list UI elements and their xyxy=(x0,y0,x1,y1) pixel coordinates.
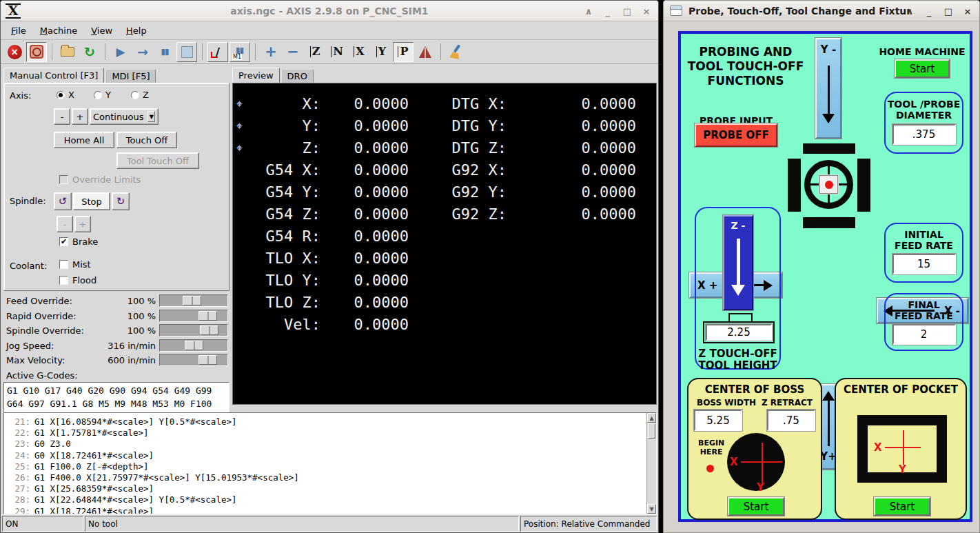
gcode-line-code: G1 X[1.75781*#<scale>] xyxy=(34,428,149,439)
scroll-down-icon[interactable]: ▼ xyxy=(647,504,656,514)
gcode-line: 29:G1 X[18.72461*#<scale>] xyxy=(4,506,656,514)
minimize-icon[interactable]: _ xyxy=(923,5,935,17)
gcode-scrollbar[interactable]: ▲ ▼ xyxy=(646,413,656,514)
radio-x-circle xyxy=(57,91,65,99)
tool-probe-diameter-entry[interactable]: .375 xyxy=(892,124,956,145)
gcode-listing[interactable]: 21:G1 X[16.08594*#<scale>] Y[0.5*#<scale… xyxy=(3,412,657,514)
slider-thumb[interactable] xyxy=(198,355,217,365)
slider-thumb[interactable] xyxy=(183,296,201,305)
boss-start-button[interactable]: Start xyxy=(728,497,784,516)
jog-z-minus-button[interactable]: Z - xyxy=(723,215,753,310)
radio-axis-x[interactable]: X xyxy=(57,90,74,100)
run-program-icon-button[interactable]: ▶ xyxy=(110,42,131,62)
tool-touch-off-button[interactable]: Tool Touch Off xyxy=(116,152,199,169)
menu-view[interactable]: View xyxy=(85,23,119,38)
view-rotated-top-icon-button[interactable]: N xyxy=(327,42,347,62)
jog-y-minus-button[interactable]: Y - xyxy=(815,38,841,139)
final-feed-entry[interactable]: 2 xyxy=(892,324,956,345)
scroll-up-icon[interactable]: ▲ xyxy=(647,413,656,423)
radio-axis-z[interactable]: Z xyxy=(131,90,149,100)
machine-power-icon xyxy=(30,45,43,59)
initial-feed-entry[interactable]: 15 xyxy=(892,254,956,274)
flood-checkbox[interactable]: Flood xyxy=(59,275,96,285)
mist-checkbox[interactable]: Mist xyxy=(59,259,91,270)
slider-thumb[interactable] xyxy=(200,325,218,335)
spindle-cw-button[interactable]: ↻ xyxy=(112,192,130,210)
tab-mdi[interactable]: MDI [F5] xyxy=(105,69,156,83)
slider-track[interactable] xyxy=(159,310,228,322)
override-sliders: Feed Override:100 %Rapid Override:100 %S… xyxy=(3,294,229,368)
menu-file[interactable]: File xyxy=(5,23,32,38)
view-top-z-icon-button[interactable]: Z xyxy=(305,42,325,62)
view-perspective-icon-button[interactable]: P xyxy=(393,42,414,62)
menu-help[interactable]: Help xyxy=(120,23,153,38)
slider-row-0: Feed Override:100 % xyxy=(3,294,229,308)
slider-thumb[interactable] xyxy=(198,311,217,321)
pause-program-icon-button[interactable]: ▮▮ xyxy=(154,42,175,62)
gcode-line: 21:G1 X[16.08594*#<scale>] Y[0.5*#<scale… xyxy=(4,416,656,428)
spindle-label: Spindle: xyxy=(10,196,46,206)
jog-plus-button[interactable]: + xyxy=(72,108,88,125)
optional-pause-m1-icon-button[interactable]: ▮▮M1 xyxy=(229,42,250,62)
dro-row: TLO X:0.0000 xyxy=(233,248,656,270)
view-side-x-icon-button[interactable]: X xyxy=(349,42,369,62)
spindle-ccw-button[interactable]: ↺ xyxy=(54,192,72,210)
open-file-icon-button[interactable] xyxy=(57,42,78,62)
tab-preview[interactable]: Preview xyxy=(232,68,280,83)
jog-minus-button[interactable]: - xyxy=(54,108,70,125)
gcode-line-code: G1 X[25.68359*#<scale>] xyxy=(34,483,154,494)
step-line-icon: → xyxy=(137,46,148,59)
gcode-line: 24:G0 X[18.72461*#<scale>] xyxy=(4,450,656,461)
probe-off-button[interactable]: PROBE OFF xyxy=(695,123,777,147)
touch-off-button[interactable]: Touch Off xyxy=(116,132,177,148)
zoom-out-icon-button[interactable]: − xyxy=(283,42,303,62)
estop-icon-button[interactable]: × xyxy=(4,42,25,62)
slider-value: 600 in/min xyxy=(108,355,156,365)
maximize-icon[interactable]: □ xyxy=(942,5,955,17)
step-line-icon-button[interactable]: → xyxy=(132,42,153,62)
slider-track[interactable] xyxy=(159,324,228,336)
override-limits-checkbox[interactable]: Override Limits xyxy=(59,174,141,185)
reload-file-icon-button[interactable]: ↻ xyxy=(79,42,100,62)
gcode-line-number: 26: xyxy=(4,472,34,483)
pocket-start-button[interactable]: Start xyxy=(874,497,930,516)
tab-dro[interactable]: DRO xyxy=(281,69,314,83)
spindle-faster-button[interactable]: + xyxy=(74,216,91,232)
slider-track[interactable] xyxy=(159,339,228,352)
close-icon[interactable]: × xyxy=(961,5,974,17)
tab-manual-control[interactable]: Manual Control [F3] xyxy=(3,68,104,83)
spindle-slower-button[interactable]: - xyxy=(57,216,73,232)
slider-track[interactable] xyxy=(159,294,228,307)
home-machine-start-button[interactable]: Start xyxy=(895,59,950,78)
boss-width-entry[interactable]: 5.25 xyxy=(694,410,742,431)
close-icon[interactable]: × xyxy=(640,5,653,17)
manual-control-column: Manual Control [F3] MDI [F5] Axis: X Y Z… xyxy=(3,67,229,412)
zoom-in-icon-button[interactable]: + xyxy=(261,42,281,62)
rotate-view-icon-button[interactable] xyxy=(415,42,436,62)
z-tool-height-entry[interactable]: 2.25 xyxy=(706,324,772,341)
sep2 xyxy=(105,43,105,60)
radio-axis-y[interactable]: Y xyxy=(94,90,111,100)
maximize-icon[interactable]: □ xyxy=(621,5,633,17)
home-all-button[interactable]: Home All xyxy=(54,132,114,148)
slider-thumb[interactable] xyxy=(185,341,203,350)
jog-mode-dropdown[interactable]: Continuous ▼ xyxy=(90,108,159,125)
center-of-boss-box: CENTER OF BOSS BOSS WIDTH Z RETRACT 5.25… xyxy=(687,378,822,520)
spindle-stop-button[interactable]: Stop xyxy=(73,192,110,210)
slider-track[interactable] xyxy=(159,354,228,366)
skip-lines-icon-button[interactable]: / xyxy=(207,42,228,62)
shade-icon[interactable]: ∧ xyxy=(582,5,595,17)
homed-icon: ⌖ xyxy=(233,93,248,115)
minimize-icon[interactable]: _ xyxy=(602,5,614,17)
menu-machine[interactable]: Machine xyxy=(34,23,83,38)
scrollbar-thumb[interactable] xyxy=(648,423,655,439)
z-retract-entry[interactable]: .75 xyxy=(767,410,815,431)
view-front-y-icon-button[interactable]: Y xyxy=(371,42,391,62)
slider-row-1: Rapid Override:100 % xyxy=(3,309,229,323)
dro-value2 xyxy=(507,270,636,292)
stop-program-icon-button[interactable] xyxy=(176,42,197,62)
shade-icon[interactable]: ∧ xyxy=(904,5,916,17)
clear-plot-icon-button[interactable] xyxy=(446,42,467,62)
machine-power-icon-button[interactable] xyxy=(26,42,47,62)
brake-checkbox[interactable]: ✔ Brake xyxy=(59,237,98,247)
